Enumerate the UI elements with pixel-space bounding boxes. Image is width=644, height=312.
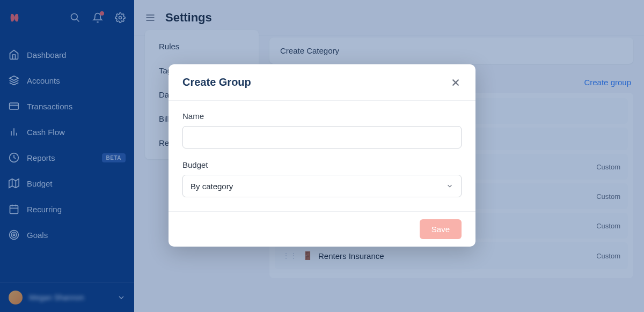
create-group-modal: Create Group Name Budget By category Sav… bbox=[169, 64, 475, 247]
budget-label: Budget bbox=[182, 160, 462, 169]
chevron-down-icon bbox=[446, 182, 453, 190]
modal-header: Create Group bbox=[169, 64, 475, 101]
budget-select[interactable]: By category bbox=[182, 175, 462, 197]
name-label: Name bbox=[182, 112, 462, 121]
save-button[interactable]: Save bbox=[420, 219, 462, 239]
modal-body: Name Budget By category bbox=[169, 101, 475, 211]
close-icon[interactable] bbox=[450, 77, 462, 88]
modal-title: Create Group bbox=[182, 76, 251, 88]
modal-footer: Save bbox=[169, 211, 475, 247]
budget-select-value: By category bbox=[191, 182, 233, 191]
name-input[interactable] bbox=[182, 126, 462, 148]
